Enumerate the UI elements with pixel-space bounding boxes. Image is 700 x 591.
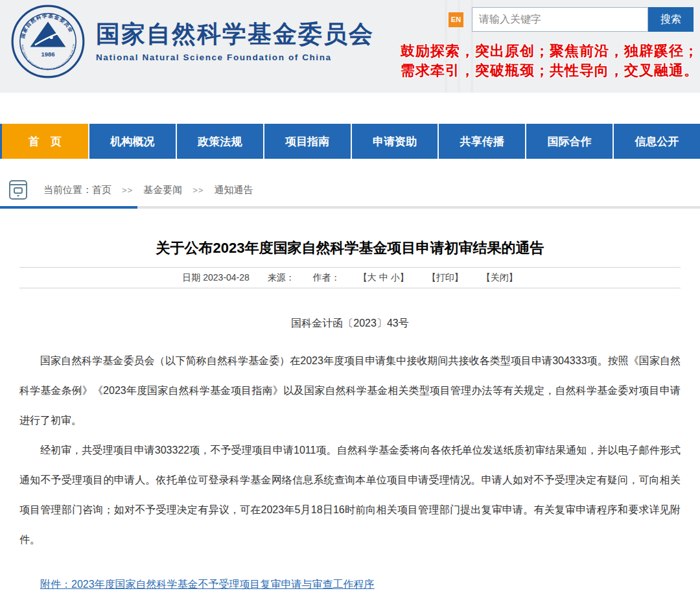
breadcrumb-underline — [0, 206, 700, 209]
nav-item-international[interactable]: 国际合作 — [525, 124, 612, 159]
paragraph-1: 国家自然科学基金委员会（以下简称自然科学基金委）在2023年度项目申请集中接收期… — [19, 346, 681, 435]
document-number: 国科金计函〔2023〕43号 — [19, 317, 681, 330]
site-title-cn: 国家自然科学基金委员会 — [96, 21, 374, 49]
meta-author-label: 作者： — [313, 272, 340, 284]
nav-item-guidelines[interactable]: 项目指南 — [263, 124, 351, 159]
search-input[interactable] — [472, 7, 648, 32]
nav-item-sharing[interactable]: 共享传播 — [438, 124, 525, 159]
article-meta: 日期 2023-04-28 来源： 作者： 【大 中 小】 【打印】 【关闭】 — [19, 267, 681, 288]
slogan-banner: 鼓励探索，突出原创；聚焦前沿，独辟蹊径； 需求牵引，突破瓶颈；共性导向，交叉融通… — [401, 41, 699, 80]
nav-item-home[interactable]: 首 页 — [0, 124, 88, 159]
main-nav: 首 页 机构概况 政策法规 项目指南 申请资助 共享传播 国际合作 信息公开 — [0, 124, 700, 159]
breadcrumb-separator: >> — [192, 185, 204, 195]
meta-date: 日期 2023-04-28 — [182, 272, 250, 284]
attachment-row: 附件：2023年度国家自然科学基金不予受理项目复审申请与审查工作程序 — [19, 577, 681, 591]
svg-text:1986: 1986 — [41, 51, 54, 58]
paragraph-2: 经初审，共受理项目申请303322项，不予受理项目申请1011项。自然科学基金委… — [19, 435, 681, 555]
site-logo[interactable]: 国家自然科学基金委员会 1986 NATIONAL NATURAL SCIENC… — [10, 4, 374, 79]
nav-item-funding[interactable]: 申请资助 — [351, 124, 438, 159]
nsfc-emblem-icon: 国家自然科学基金委员会 1986 NATIONAL NATURAL SCIENC… — [10, 4, 86, 79]
breadcrumb-trail: 当前位置： 首页 >> 基金要闻 >> 通知通告 — [43, 184, 253, 196]
search-bar: EN 搜索 — [449, 7, 694, 32]
language-en-badge[interactable]: EN — [449, 12, 463, 27]
breadcrumb-link-home[interactable]: 首页 — [92, 184, 111, 196]
close-button[interactable]: 【关闭】 — [482, 272, 518, 284]
nav-item-organization[interactable]: 机构概况 — [88, 124, 176, 159]
breadcrumb-label: 当前位置： — [43, 184, 92, 196]
font-size-control[interactable]: 【大 中 小】 — [358, 272, 409, 284]
breadcrumb-separator: >> — [122, 185, 133, 195]
article: 关于公布2023年度国家自然科学基金项目申请初审结果的通告 日期 2023-04… — [0, 238, 700, 591]
attachment-link[interactable]: 附件：2023年度国家自然科学基金不予受理项目复审申请与审查工作程序 — [40, 579, 375, 590]
slogan-line-2: 需求牵引，突破瓶颈；共性导向，交叉融通。 — [401, 61, 699, 80]
site-title-en: National Natural Science Foundation of C… — [96, 52, 374, 62]
search-button[interactable]: 搜索 — [648, 7, 694, 32]
meta-source-label: 来源： — [268, 272, 295, 284]
breadcrumb-link-notices[interactable]: 通知通告 — [214, 184, 253, 196]
breadcrumb-underline-accent — [0, 206, 137, 209]
slogan-line-1: 鼓励探索，突出原创；聚焦前沿，独辟蹊径； — [401, 41, 699, 61]
article-title: 关于公布2023年度国家自然科学基金项目申请初审结果的通告 — [19, 238, 681, 258]
print-button[interactable]: 【打印】 — [427, 272, 463, 284]
site-header: 国家自然科学基金委员会 1986 NATIONAL NATURAL SCIENC… — [0, 0, 700, 93]
article-body: 国家自然科学基金委员会（以下简称自然科学基金委）在2023年度项目申请集中接收期… — [19, 346, 681, 555]
nav-item-policies[interactable]: 政策法规 — [176, 124, 263, 159]
breadcrumb: 当前位置： 首页 >> 基金要闻 >> 通知通告 — [0, 178, 700, 202]
logo-text: 国家自然科学基金委员会 National Natural Science Fou… — [96, 21, 374, 63]
nav-item-disclosure[interactable]: 信息公开 — [612, 124, 700, 159]
breadcrumb-link-news[interactable]: 基金要闻 — [143, 184, 182, 196]
location-book-icon — [6, 178, 30, 202]
